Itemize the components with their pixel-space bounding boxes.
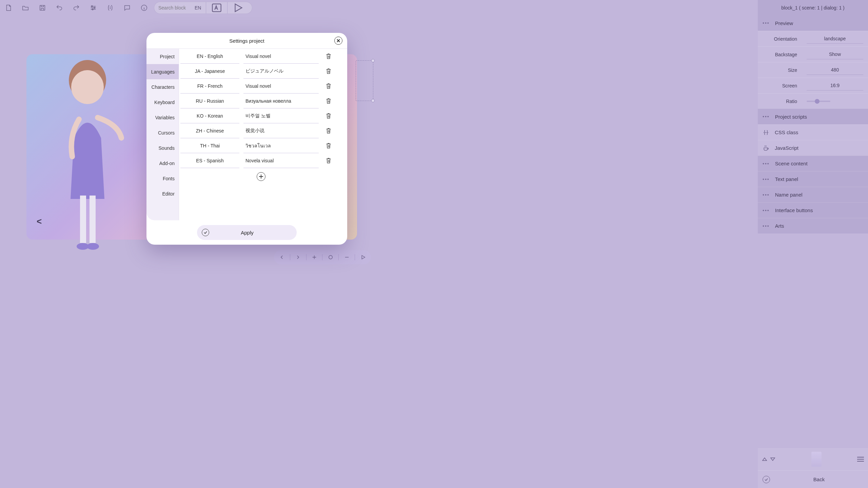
delete-language-button[interactable] (326, 79, 332, 94)
delete-language-button[interactable] (326, 94, 332, 108)
trash-icon (326, 68, 332, 75)
delete-language-button[interactable] (326, 108, 332, 123)
tab-languages[interactable]: Languages (146, 64, 179, 79)
settings-modal: Settings project ProjectLanguagesCharact… (146, 33, 347, 245)
lang-title-cell[interactable]: Визуальная новелла (243, 94, 319, 108)
delete-language-button[interactable] (326, 49, 332, 64)
apply-button[interactable]: Apply (197, 225, 297, 240)
modal-title: Settings project (146, 33, 347, 48)
lang-code-cell[interactable]: TH - Thai (180, 138, 239, 153)
lang-title-cell[interactable]: ビジュアルノベル (243, 64, 319, 79)
trash-icon (326, 83, 332, 89)
delete-language-button[interactable] (326, 153, 332, 168)
trash-icon (326, 127, 332, 134)
tab-sounds[interactable]: Sounds (146, 140, 179, 156)
add-language-button[interactable] (257, 172, 265, 181)
tab-variables[interactable]: Variables (146, 110, 179, 125)
languages-content: EN - EnglishJA - JapaneseFR - FrenchRU -… (179, 49, 347, 220)
lang-title-cell[interactable]: Novela visual (243, 153, 319, 168)
settings-tabs: ProjectLanguagesCharactersKeyboardVariab… (146, 49, 179, 220)
tab-project[interactable]: Project (146, 49, 179, 64)
delete-language-button[interactable] (326, 64, 332, 79)
lang-title-cell[interactable]: Visual novel (243, 49, 319, 64)
tab-editor[interactable]: Editor (146, 186, 179, 201)
lang-title-cell[interactable]: 视觉小说 (243, 123, 319, 138)
lang-title-cell[interactable]: Visual novel (243, 79, 319, 94)
tab-add-on[interactable]: Add-on (146, 156, 179, 171)
lang-code-cell[interactable]: EN - English (180, 49, 239, 64)
trash-icon (326, 113, 332, 119)
app-root: EN block_1 ( scene: 1 | dialog: 1 ) •••P… (0, 0, 494, 277)
trash-icon (326, 98, 332, 104)
tab-fonts[interactable]: Fonts (146, 171, 179, 186)
trash-icon (326, 142, 332, 149)
close-button[interactable] (334, 37, 342, 45)
lang-code-cell[interactable]: RU - Russian (180, 94, 239, 108)
delete-language-button[interactable] (326, 138, 332, 153)
lang-code-cell[interactable]: KO - Korean (180, 108, 239, 123)
trash-icon (326, 53, 332, 60)
lang-code-cell[interactable]: FR - French (180, 79, 239, 94)
lang-code-cell[interactable]: JA - Japanese (180, 64, 239, 79)
tab-keyboard[interactable]: Keyboard (146, 95, 179, 110)
delete-language-button[interactable] (326, 123, 332, 138)
tab-characters[interactable]: Characters (146, 79, 179, 95)
trash-icon (326, 157, 332, 164)
lang-title-cell[interactable]: 비주얼 노벨 (243, 108, 319, 123)
lang-title-cell[interactable]: วิชวลโนเวล (243, 138, 319, 153)
lang-code-cell[interactable]: ES - Spanish (180, 153, 239, 168)
lang-code-cell[interactable]: ZH - Chinese (180, 123, 239, 138)
tab-cursors[interactable]: Cursors (146, 125, 179, 140)
